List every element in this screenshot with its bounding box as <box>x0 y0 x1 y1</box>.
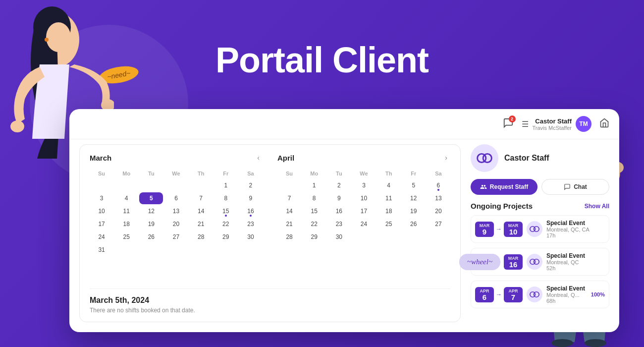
calendar-day[interactable]: 13 <box>427 192 450 204</box>
calendar-day[interactable]: 8 <box>302 192 326 204</box>
notifications-button[interactable]: 2 <box>503 117 514 131</box>
calendar-day[interactable]: 17 <box>352 205 376 217</box>
home-button[interactable] <box>599 118 609 130</box>
calendar-day[interactable]: 2 <box>327 179 351 191</box>
project-hours: 52h <box>546 265 605 271</box>
calendar-day[interactable]: 28 <box>189 231 213 243</box>
page-title: Portail Client <box>173 40 471 80</box>
company-name: Castor Staff <box>504 154 549 163</box>
calendar-day[interactable]: 9 <box>327 192 351 204</box>
card-header: 2 ☰ Castor Staff Travis McStaffer TM <box>69 109 619 139</box>
svg-point-29 <box>534 259 539 265</box>
request-staff-label: Request Staff <box>490 183 528 190</box>
chat-button[interactable]: Chat <box>541 179 609 195</box>
calendar-day[interactable]: 1 <box>214 179 238 191</box>
prev-month-button[interactable]: ‹ <box>254 153 263 163</box>
calendar-day[interactable]: 26 <box>139 231 163 243</box>
calendar-day[interactable]: 16 <box>327 205 351 217</box>
calendar-day[interactable]: 13 <box>164 205 188 217</box>
calendar-day[interactable]: 29 <box>302 231 326 243</box>
calendar-day <box>189 179 213 191</box>
day-of-week: Tu <box>327 169 351 178</box>
day-of-week: Su <box>90 169 113 178</box>
calendar-day[interactable]: 3 <box>90 192 113 204</box>
project-info: Special Event Montreal, Q... 68h <box>546 285 587 304</box>
calendar-day[interactable]: 7 <box>189 192 213 204</box>
request-staff-button[interactable]: Request Staff <box>471 179 537 195</box>
project-item[interactable]: APR 6 → APR 7 Special Event Montreal, Q.… <box>471 281 609 308</box>
day-of-week: Sa <box>239 169 263 178</box>
calendar-day[interactable]: 4 <box>114 192 138 204</box>
calendar-day[interactable]: 20 <box>427 205 450 217</box>
calendar-day[interactable]: 27 <box>427 218 450 230</box>
day-of-week: Tu <box>139 169 163 178</box>
person-add-icon <box>480 183 487 190</box>
show-all-link[interactable]: Show All <box>585 203 609 210</box>
project-info: Special Event Montreal, QC 52h <box>546 252 605 271</box>
user-avatar: TM <box>576 116 591 132</box>
user-info[interactable]: ☰ Castor Staff Travis McStaffer TM <box>522 116 591 132</box>
calendar-day[interactable]: 19 <box>402 205 426 217</box>
company-header: Castor Staff <box>471 144 609 172</box>
calendar-day[interactable]: 12 <box>139 205 163 217</box>
company-logo <box>471 144 498 172</box>
card-body: March ‹ SuMoTuWeThFrSa123456789101112131… <box>69 139 619 332</box>
calendar-day[interactable]: 19 <box>139 218 163 230</box>
calendar-day[interactable]: 28 <box>277 231 301 243</box>
calendar-day[interactable]: 14 <box>189 205 213 217</box>
march-header: March ‹ <box>90 153 263 163</box>
calendar-day[interactable]: 5 <box>402 179 426 191</box>
calendar-day[interactable]: 24 <box>352 218 376 230</box>
calendar-day[interactable]: 25 <box>114 231 138 243</box>
calendar-day[interactable]: 26 <box>402 218 426 230</box>
calendar-day[interactable]: 4 <box>377 179 401 191</box>
calendar-day[interactable]: 6 <box>427 179 450 191</box>
april-grid: SuMoTuWeThFrSa12345678910111213141516171… <box>277 169 450 243</box>
calendar-day[interactable]: 24 <box>90 231 113 243</box>
calendar-day[interactable]: 22 <box>214 218 238 230</box>
project-percent: 100% <box>591 291 605 297</box>
calendar-day[interactable]: 11 <box>114 205 138 217</box>
calendar-day[interactable]: 5 <box>139 192 163 204</box>
calendar-day[interactable]: 12 <box>402 192 426 204</box>
calendar-day[interactable]: 18 <box>377 205 401 217</box>
calendar-day[interactable]: 9 <box>239 192 263 204</box>
project-name: Special Event <box>546 252 605 259</box>
calendar-day[interactable]: 23 <box>239 218 263 230</box>
calendar-day[interactable]: 21 <box>189 218 213 230</box>
svg-point-27 <box>534 227 539 232</box>
calendar-day[interactable]: 15 <box>214 205 238 217</box>
april-calendar: April › SuMoTuWeThFrSa123456789101112131… <box>277 153 450 282</box>
calendar-day[interactable]: 15 <box>302 205 326 217</box>
calendar-day[interactable]: 20 <box>164 218 188 230</box>
calendar-day[interactable]: 1 <box>302 179 326 191</box>
calendar-day[interactable]: 29 <box>214 231 238 243</box>
calendar-day[interactable]: 2 <box>239 179 263 191</box>
calendar-day[interactable]: 27 <box>164 231 188 243</box>
project-item[interactable]: MAR 9 → MAR 10 Special Event Montreal, Q… <box>471 215 609 243</box>
calendar-day[interactable]: 25 <box>377 218 401 230</box>
project-hours: 17h <box>546 232 605 238</box>
next-month-button[interactable]: › <box>442 153 450 163</box>
calendar-day[interactable]: 31 <box>90 244 113 256</box>
calendar-day[interactable]: 14 <box>277 205 301 217</box>
calendar-day[interactable]: 8 <box>214 192 238 204</box>
april-header: April › <box>277 153 450 163</box>
calendar-day[interactable]: 3 <box>352 179 376 191</box>
calendar-day <box>114 179 138 191</box>
project-info: Special Event Montreal, QC, CA 17h <box>546 220 605 238</box>
calendar-day[interactable]: 22 <box>302 218 326 230</box>
calendar-day[interactable]: 16 <box>239 205 263 217</box>
calendar-day[interactable]: 10 <box>90 205 113 217</box>
calendar-day <box>164 179 188 191</box>
calendar-day[interactable]: 7 <box>277 192 301 204</box>
calendar-day[interactable]: 11 <box>377 192 401 204</box>
calendar-day[interactable]: 18 <box>114 218 138 230</box>
calendar-day[interactable]: 23 <box>327 218 351 230</box>
calendar-day[interactable]: 30 <box>239 231 263 243</box>
calendar-day[interactable]: 30 <box>327 231 351 243</box>
calendar-day[interactable]: 6 <box>164 192 188 204</box>
calendar-day[interactable]: 10 <box>352 192 376 204</box>
calendar-day[interactable]: 21 <box>277 218 301 230</box>
calendar-day[interactable]: 17 <box>90 218 113 230</box>
